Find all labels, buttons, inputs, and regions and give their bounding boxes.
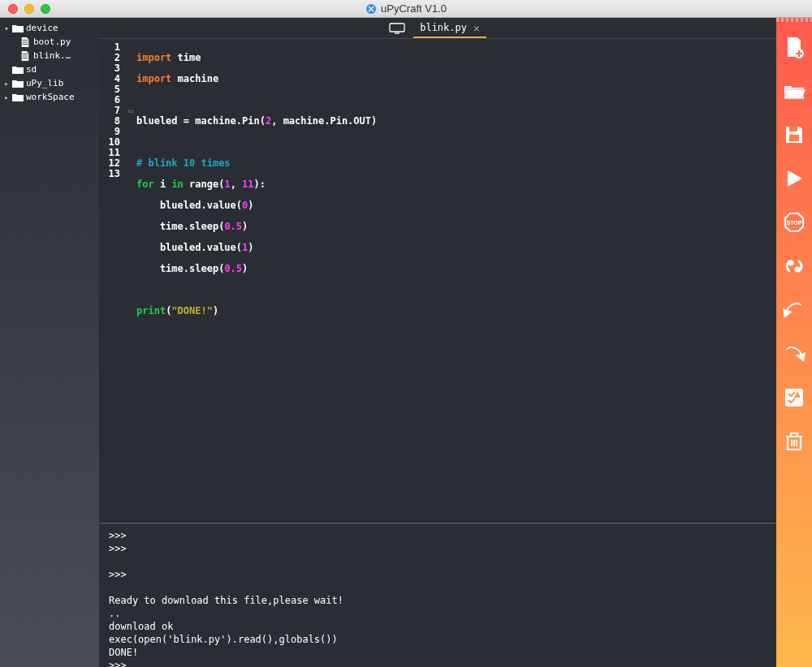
stop-button[interactable]: STOP — [778, 206, 810, 239]
tab-label: blink.py — [420, 22, 467, 33]
file-icon — [19, 37, 31, 47]
expand-right-icon[interactable]: ▸ — [3, 80, 10, 88]
tree-item-workspace[interactable]: ▸ workSpace — [0, 90, 99, 104]
svg-point-7 — [795, 267, 801, 273]
code-content[interactable]: import time import machine blueled = mac… — [136, 39, 776, 523]
window-minimize-button[interactable] — [24, 4, 34, 14]
monitor-icon[interactable] — [389, 23, 405, 34]
folder-icon — [12, 93, 24, 102]
new-file-button[interactable] — [778, 31, 810, 63]
folder-icon — [12, 79, 24, 88]
connect-button[interactable] — [778, 250, 810, 282]
line-numbers: 12345678910111213 — [99, 39, 125, 523]
tree-item-blink[interactable]: blink.… — [0, 49, 99, 62]
open-file-button[interactable] — [778, 75, 810, 107]
window-title: uPyCraft V1.0 — [381, 2, 447, 15]
svg-text:STOP: STOP — [787, 220, 802, 226]
window-maximize-button[interactable] — [41, 4, 50, 14]
titlebar: uPyCraft V1.0 — [0, 0, 812, 18]
expand-down-icon[interactable]: ▾ — [3, 24, 10, 32]
check-button[interactable] — [778, 381, 810, 414]
window-close-button[interactable] — [8, 4, 18, 14]
clear-button[interactable] — [778, 425, 810, 458]
expand-right-icon[interactable]: ▸ — [3, 93, 10, 101]
file-icon — [19, 51, 31, 61]
folder-icon — [12, 24, 24, 33]
folder-icon — [12, 65, 24, 75]
app-icon — [365, 3, 377, 15]
redo-button[interactable] — [778, 338, 810, 370]
file-tree[interactable]: ▾ device boot.py blink.… sd ▸ uPy_lib — [0, 18, 99, 667]
tree-item-device[interactable]: ▾ device — [0, 21, 99, 35]
console-output[interactable]: >>> >>> >>> Ready to download this file,… — [99, 523, 776, 667]
undo-button[interactable] — [778, 294, 810, 326]
svg-point-6 — [788, 260, 794, 266]
svg-rect-4 — [789, 135, 799, 141]
right-toolbar: STOP — [776, 18, 812, 667]
svg-rect-1 — [390, 24, 404, 32]
save-button[interactable] — [778, 118, 810, 151]
tree-item-boot[interactable]: boot.py — [0, 35, 99, 49]
run-button[interactable] — [778, 162, 810, 195]
tree-item-upylib[interactable]: ▸ uPy_lib — [0, 76, 99, 90]
tab-blink[interactable]: blink.py ✕ — [413, 19, 486, 38]
fold-column[interactable]: ▭ — [125, 39, 136, 523]
svg-rect-3 — [789, 127, 797, 131]
tab-bar: blink.py ✕ — [99, 18, 776, 39]
code-editor[interactable]: 12345678910111213 ▭ import time import m… — [99, 39, 776, 523]
fold-marker-icon[interactable]: ▭ — [125, 105, 136, 116]
tree-item-sd[interactable]: sd — [0, 62, 99, 76]
tab-close-icon[interactable]: ✕ — [473, 22, 480, 34]
